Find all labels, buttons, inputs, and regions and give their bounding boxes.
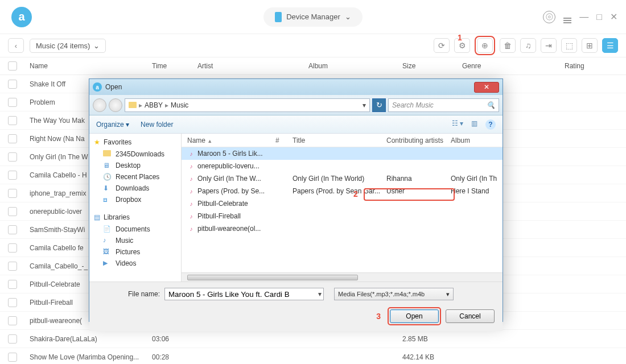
fl-col-name[interactable]: Name ▲ bbox=[187, 136, 275, 144]
sidebar-libraries[interactable]: ▤Libraries bbox=[89, 211, 181, 224]
list-view-button[interactable]: ☰ bbox=[602, 38, 618, 53]
dialog-nav: ▸ ABBY ▸ Music ▾ ↻ Search Music 🔍 bbox=[89, 95, 503, 115]
music-file-icon: ♪ bbox=[187, 187, 195, 195]
search-input[interactable]: Search Music 🔍 bbox=[388, 98, 499, 112]
to-itunes-button[interactable]: ♫ bbox=[520, 38, 536, 53]
row-checkbox[interactable] bbox=[8, 316, 17, 325]
select-all-checkbox[interactable] bbox=[8, 61, 17, 71]
minimize-icon[interactable]: — bbox=[579, 12, 588, 22]
row-checkbox[interactable] bbox=[8, 134, 17, 143]
titlebar: a Device Manager ⌄ ⦾ — □ ✕ bbox=[0, 0, 626, 34]
breadcrumb[interactable]: ▸ ABBY ▸ Music ▾ bbox=[125, 98, 370, 112]
nav-forward-button[interactable] bbox=[109, 98, 122, 112]
refresh-button[interactable]: ↻ bbox=[372, 98, 386, 112]
preview-pane-button[interactable]: ▥ bbox=[471, 119, 477, 130]
close-icon[interactable]: ✕ bbox=[610, 11, 617, 22]
cancel-button[interactable]: Cancel bbox=[446, 309, 495, 323]
sidebar-item[interactable]: 🖥Desktop bbox=[89, 160, 181, 171]
maximize-icon[interactable]: □ bbox=[596, 12, 602, 22]
row-checkbox[interactable] bbox=[8, 189, 17, 198]
col-time[interactable]: Time bbox=[152, 62, 197, 70]
filename-input[interactable] bbox=[164, 288, 324, 300]
sidebar-item[interactable]: ▶Videos bbox=[89, 258, 181, 269]
sidebar-item[interactable]: ⧈Dropbox bbox=[89, 194, 181, 205]
row-checkbox[interactable] bbox=[8, 334, 17, 344]
fl-col-album[interactable]: Album bbox=[451, 136, 503, 144]
nav-back-button[interactable] bbox=[93, 98, 106, 112]
sidebar-item-icon: 🖥 bbox=[103, 162, 112, 169]
delete-button[interactable]: 🗑 bbox=[500, 38, 516, 53]
organize-menu[interactable]: Organize ▾ bbox=[96, 121, 129, 129]
device-selector[interactable]: Device Manager ⌄ bbox=[263, 7, 363, 27]
highlight-add: ⊕ bbox=[475, 36, 495, 55]
col-genre[interactable]: Genre bbox=[462, 62, 565, 70]
to-device-button[interactable]: ⇥ bbox=[541, 38, 557, 53]
row-checkbox[interactable] bbox=[8, 116, 17, 125]
row-checkbox[interactable] bbox=[8, 298, 17, 307]
open-button[interactable]: Open bbox=[390, 309, 439, 323]
fl-col-title[interactable]: Title bbox=[293, 136, 386, 144]
new-folder-button[interactable]: New folder bbox=[141, 121, 173, 129]
folder-icon bbox=[129, 102, 137, 108]
fl-col-num[interactable]: # bbox=[275, 136, 293, 144]
search-icon[interactable]: ⦾ bbox=[543, 11, 555, 23]
row-checkbox[interactable] bbox=[8, 243, 17, 253]
file-row[interactable]: ♪Papers (Prod. by Se... Papers (Prod. by… bbox=[182, 185, 503, 197]
sidebar-item[interactable]: ♪Music bbox=[89, 235, 181, 246]
dialog-close-button[interactable]: ✕ bbox=[474, 82, 499, 93]
menu-icon[interactable] bbox=[563, 11, 571, 23]
row-checkbox[interactable] bbox=[8, 171, 17, 180]
view-options-button[interactable]: ☷ ▾ bbox=[452, 119, 463, 130]
file-row[interactable]: ♪pitbull-weareone(ol... bbox=[182, 222, 503, 235]
sidebar-item-icon: 📄 bbox=[103, 225, 112, 233]
horizontal-scrollbar[interactable] bbox=[182, 272, 503, 282]
chevron-down-icon: ⌄ bbox=[93, 42, 100, 50]
table-row[interactable]: Shakira-Dare(LaLaLa) 03:06 2.85 MB bbox=[0, 330, 626, 348]
sidebar-item[interactable]: 🖼Pictures bbox=[89, 246, 181, 258]
col-name[interactable]: Name bbox=[30, 62, 152, 70]
file-row[interactable]: ♪Pitbull-Fireball bbox=[182, 210, 503, 222]
file-row[interactable]: ♪Pitbull-Celebrate bbox=[182, 197, 503, 210]
row-checkbox[interactable] bbox=[8, 152, 17, 162]
music-file-icon: ♪ bbox=[187, 162, 195, 170]
col-album[interactable]: Album bbox=[308, 62, 402, 70]
to-pc-button[interactable]: ⬚ bbox=[561, 38, 577, 53]
refresh-button[interactable]: ⟳ bbox=[434, 38, 450, 53]
dialog-sidebar: ★Favorites 2345Downloads🖥Desktop🕓Recent … bbox=[89, 134, 182, 282]
file-row[interactable]: ♪Maroon 5 - Girls Lik... bbox=[182, 147, 503, 160]
sidebar-favorites[interactable]: ★Favorites bbox=[89, 136, 181, 148]
sidebar-item-icon: ⬇ bbox=[103, 184, 112, 192]
col-rating[interactable]: Rating bbox=[565, 62, 626, 70]
col-size[interactable]: Size bbox=[402, 62, 462, 70]
col-artist[interactable]: Artist bbox=[197, 62, 308, 70]
sidebar-item-icon: ♪ bbox=[103, 237, 112, 245]
row-checkbox[interactable] bbox=[8, 280, 17, 289]
device-label: Device Manager bbox=[286, 13, 340, 21]
settings-button[interactable]: ⚙ bbox=[454, 38, 470, 53]
row-checkbox[interactable] bbox=[8, 207, 17, 216]
help-button[interactable]: ? bbox=[485, 119, 496, 130]
table-header: Name Time Artist Album Size Genre Rating bbox=[0, 57, 626, 75]
music-dropdown[interactable]: Music (24 items) ⌄ bbox=[30, 39, 106, 53]
sidebar-item[interactable]: ⬇Downloads bbox=[89, 183, 181, 194]
sidebar-item[interactable]: 2345Downloads bbox=[89, 148, 181, 160]
table-row[interactable]: Show Me Love (Marimba Opening... 00:28 4… bbox=[0, 348, 626, 364]
file-row[interactable]: ♪Only Girl (In The W... Only Girl (In Th… bbox=[182, 172, 503, 185]
sidebar-item[interactable]: 📄Documents bbox=[89, 224, 181, 235]
row-checkbox[interactable] bbox=[8, 262, 17, 271]
bc-part-1[interactable]: ABBY bbox=[145, 101, 163, 109]
row-checkbox[interactable] bbox=[8, 225, 17, 234]
libraries-icon: ▤ bbox=[94, 213, 100, 221]
sidebar-item[interactable]: 🕓Recent Places bbox=[89, 171, 181, 183]
add-button[interactable]: ⊕ bbox=[477, 38, 493, 53]
row-checkbox[interactable] bbox=[8, 80, 17, 89]
fl-col-contrib[interactable]: Contributing artists bbox=[386, 136, 451, 144]
file-row[interactable]: ♪onerepublic-loveru... bbox=[182, 160, 503, 172]
grid-view-button[interactable]: ⊞ bbox=[582, 38, 598, 53]
filetype-select[interactable]: Media Files(*.mp3;*.m4a;*.m4b▾ bbox=[334, 288, 454, 300]
row-checkbox[interactable] bbox=[8, 353, 17, 362]
file-list: Name ▲ # Title Contributing artists Albu… bbox=[182, 134, 503, 282]
bc-part-2[interactable]: Music bbox=[171, 101, 188, 109]
row-checkbox[interactable] bbox=[8, 98, 17, 107]
back-button[interactable]: ‹ bbox=[8, 38, 24, 53]
